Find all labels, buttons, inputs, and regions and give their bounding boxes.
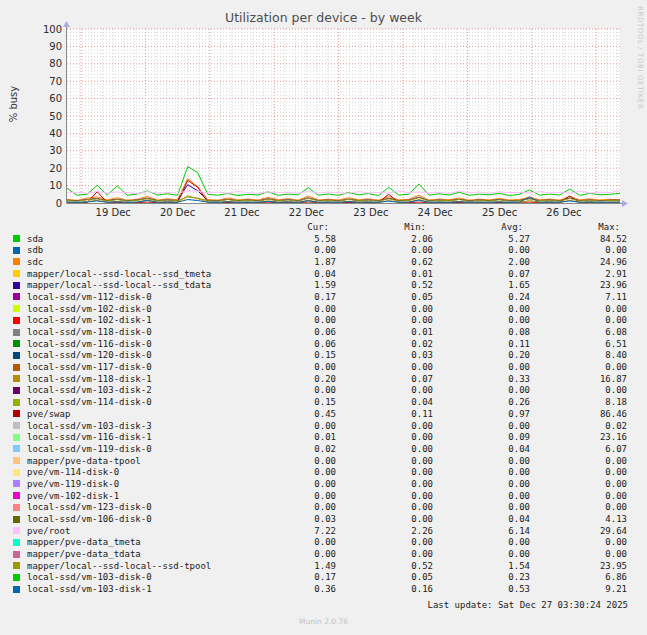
legend-swatch bbox=[13, 434, 20, 441]
legend-row: mapper/pve-data_tmeta0.000.000.000.00 bbox=[0, 537, 647, 549]
x-tick-label: 25 Dec bbox=[482, 207, 517, 218]
legend-max-value: 0.00 bbox=[530, 502, 627, 512]
legend-series-name: local-ssd/vm-102-disk-0 bbox=[27, 304, 239, 314]
legend-row: local-ssd/vm-120-disk-00.150.030.208.40 bbox=[0, 350, 647, 362]
legend-avg-value: 0.00 bbox=[433, 491, 530, 501]
legend-swatch bbox=[13, 293, 20, 300]
legend-series-name: pve/root bbox=[27, 526, 239, 536]
legend-column-header-avg: Avg: bbox=[433, 222, 530, 232]
legend-row: sda5.582.065.2784.52 bbox=[0, 233, 647, 245]
legend-cur-value: 1.59 bbox=[239, 280, 336, 290]
legend-min-value: 0.00 bbox=[336, 432, 433, 442]
legend-max-value: 29.64 bbox=[530, 526, 627, 536]
legend-series-name: local-ssd/vm-103-disk-0 bbox=[27, 572, 239, 582]
legend-series-name: local-ssd/vm-118-disk-1 bbox=[27, 374, 239, 384]
legend-max-value: 0.00 bbox=[530, 362, 627, 372]
legend-avg-value: 0.00 bbox=[433, 245, 530, 255]
legend-max-value: 0.00 bbox=[530, 549, 627, 559]
legend-cur-value: 0.00 bbox=[239, 491, 336, 501]
legend-avg-value: 0.11 bbox=[433, 339, 530, 349]
legend-max-value: 16.87 bbox=[530, 374, 627, 384]
legend-max-value: 0.00 bbox=[530, 304, 627, 314]
legend-series-name: local-ssd/vm-114-disk-0 bbox=[27, 397, 239, 407]
legend-row: mapper/pve-data-tpool0.000.000.000.00 bbox=[0, 455, 647, 467]
legend-swatch bbox=[13, 574, 20, 581]
legend-avg-value: 0.20 bbox=[433, 350, 530, 360]
legend-row: local-ssd/vm-119-disk-00.020.000.046.07 bbox=[0, 443, 647, 455]
legend-min-value: 0.01 bbox=[336, 327, 433, 337]
y-tick-label: 30 bbox=[49, 145, 62, 156]
legend-row: pve/vm-102-disk-10.000.000.000.00 bbox=[0, 490, 647, 502]
legend-row: local-ssd/vm-118-disk-00.060.010.086.08 bbox=[0, 326, 647, 338]
legend-cur-value: 0.20 bbox=[239, 374, 336, 384]
legend-column-header-max: Max: bbox=[530, 222, 627, 232]
x-tick-label: 24 Dec bbox=[418, 207, 453, 218]
legend-avg-value: 0.00 bbox=[433, 502, 530, 512]
legend-swatch bbox=[13, 235, 20, 242]
legend-series-name: mapper/pve-data_tdata bbox=[27, 549, 239, 559]
legend-min-value: 0.00 bbox=[336, 467, 433, 477]
legend-min-value: 0.11 bbox=[336, 409, 433, 419]
legend-row: mapper/pve-data_tdata0.000.000.000.00 bbox=[0, 548, 647, 560]
legend-swatch bbox=[13, 492, 20, 499]
legend-min-value: 0.04 bbox=[336, 397, 433, 407]
legend-row: local-ssd/vm-112-disk-00.170.050.247.11 bbox=[0, 291, 647, 303]
legend-max-value: 0.02 bbox=[530, 421, 627, 431]
legend-avg-value: 0.33 bbox=[433, 374, 530, 384]
legend-series-name: local-ssd/vm-120-disk-0 bbox=[27, 350, 239, 360]
legend-cur-value: 0.17 bbox=[239, 572, 336, 582]
legend-swatch bbox=[13, 410, 20, 417]
y-axis-arrow bbox=[63, 21, 70, 27]
legend-avg-value: 0.08 bbox=[433, 327, 530, 337]
legend-swatch bbox=[13, 364, 20, 371]
legend-swatch bbox=[13, 399, 20, 406]
x-tick-label: 21 Dec bbox=[224, 207, 259, 218]
legend-row: local-ssd/vm-116-disk-00.060.020.116.51 bbox=[0, 338, 647, 350]
legend-avg-value: 1.54 bbox=[433, 561, 530, 571]
legend-cur-value: 0.00 bbox=[239, 385, 336, 395]
legend-avg-value: 0.00 bbox=[433, 549, 530, 559]
legend-min-value: 0.00 bbox=[336, 549, 433, 559]
legend-row: local-ssd/vm-103-disk-00.170.050.236.86 bbox=[0, 572, 647, 584]
legend-series-name: mapper/pve-data_tmeta bbox=[27, 537, 239, 547]
legend-swatch bbox=[13, 387, 20, 394]
legend-max-value: 24.96 bbox=[530, 257, 627, 267]
legend-swatch bbox=[13, 340, 20, 347]
legend-min-value: 0.03 bbox=[336, 350, 433, 360]
legend-min-value: 0.00 bbox=[336, 491, 433, 501]
legend-max-value: 23.95 bbox=[530, 561, 627, 571]
legend-min-value: 0.01 bbox=[336, 269, 433, 279]
legend-avg-value: 0.00 bbox=[433, 362, 530, 372]
legend-cur-value: 0.00 bbox=[239, 537, 336, 547]
legend-series-name: local-ssd/vm-112-disk-0 bbox=[27, 292, 239, 302]
legend-row: local-ssd/vm-103-disk-30.000.000.000.02 bbox=[0, 420, 647, 432]
legend-cur-value: 5.58 bbox=[239, 234, 336, 244]
legend-max-value: 0.00 bbox=[530, 385, 627, 395]
legend-row: mapper/local--ssd-local--ssd_tdata1.590.… bbox=[0, 279, 647, 291]
legend-max-value: 0.00 bbox=[530, 467, 627, 477]
legend-row: local-ssd/vm-102-disk-00.000.000.000.00 bbox=[0, 303, 647, 315]
legend-series-name: local-ssd/vm-103-disk-1 bbox=[27, 584, 239, 594]
y-tick-label: 70 bbox=[49, 76, 62, 87]
legend-cur-value: 0.00 bbox=[239, 456, 336, 466]
legend-min-value: 0.07 bbox=[336, 374, 433, 384]
legend-max-value: 0.00 bbox=[530, 491, 627, 501]
legend-min-value: 2.26 bbox=[336, 526, 433, 536]
legend-cur-value: 0.00 bbox=[239, 315, 336, 325]
legend-series-name: local-ssd/vm-103-disk-3 bbox=[27, 421, 239, 431]
legend-row: pve/root7.222.266.1429.64 bbox=[0, 525, 647, 537]
legend-min-value: 0.00 bbox=[336, 421, 433, 431]
legend-min-value: 0.16 bbox=[336, 584, 433, 594]
legend-swatch bbox=[13, 551, 20, 558]
legend-cur-value: 0.00 bbox=[239, 362, 336, 372]
legend-row: sdc1.870.622.0024.96 bbox=[0, 256, 647, 268]
legend-column-header-cur: Cur: bbox=[239, 222, 336, 232]
legend-avg-value: 0.00 bbox=[433, 385, 530, 395]
legend-swatch bbox=[13, 317, 20, 324]
legend-cur-value: 0.15 bbox=[239, 397, 336, 407]
legend-max-value: 86.46 bbox=[530, 409, 627, 419]
legend-series-name: local-ssd/vm-123-disk-0 bbox=[27, 502, 239, 512]
legend-row: mapper/local--ssd-local--ssd_tmeta0.040.… bbox=[0, 268, 647, 280]
y-tick-label: 80 bbox=[49, 58, 62, 69]
y-tick-label: 10 bbox=[49, 180, 62, 191]
